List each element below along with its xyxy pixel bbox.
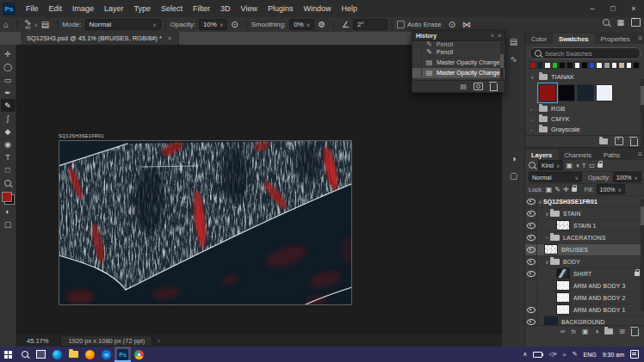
new-snapshot-icon[interactable] (474, 83, 483, 90)
eye-icon[interactable] (525, 232, 537, 243)
eye-icon[interactable] (525, 196, 537, 207)
language-indicator[interactable]: ENG (584, 352, 597, 358)
taskbar-photoshop-icon[interactable]: Ps (115, 347, 131, 362)
history-source-cell[interactable] (414, 48, 422, 56)
quick-mask-icon[interactable]: ◐ (1, 205, 15, 218)
speaker-muted-icon[interactable]: ◁× (548, 351, 556, 358)
swatch[interactable] (577, 84, 594, 101)
browser-app-icon[interactable] (82, 347, 98, 362)
history-panel-menu-icon[interactable]: ≡ (498, 33, 501, 39)
layer-thumbnail[interactable] (556, 220, 570, 230)
swatch[interactable] (558, 84, 575, 101)
layer-thumbnail[interactable] (556, 304, 570, 315)
status-arrow-icon[interactable]: › (158, 338, 159, 344)
lasso-tool[interactable]: ◯ (1, 60, 15, 73)
eye-toggle-empty[interactable] (525, 292, 537, 304)
brush-panel-toggle-icon[interactable]: ▤ (41, 20, 49, 29)
dock-info-icon[interactable]: ▢ (510, 171, 517, 181)
symmetry-icon[interactable]: ⋈ (462, 20, 471, 29)
panel-menu-icon[interactable]: ≡ (638, 150, 642, 158)
dodge-tool[interactable]: ◉ (1, 138, 15, 150)
dock-brushes-icon[interactable]: ∿ (510, 54, 517, 64)
clock[interactable]: 9:30 am (603, 352, 624, 358)
menu-image[interactable]: Image (67, 0, 99, 17)
menu-select[interactable]: Select (156, 0, 188, 17)
history-source-cell[interactable] (414, 69, 422, 77)
lock-pixels-icon[interactable]: ✎ (554, 186, 560, 193)
delete-layer-icon[interactable] (631, 328, 639, 336)
foreground-color-swatch[interactable] (2, 192, 12, 202)
menu-type[interactable]: Type (129, 0, 157, 17)
swatch-group-cmyk[interactable]: › CMYK (525, 114, 644, 125)
eye-icon[interactable] (525, 256, 537, 267)
swatch[interactable] (537, 62, 544, 69)
swatch-group-rgb[interactable]: › RGB (525, 104, 644, 114)
menu-window[interactable]: Window (299, 0, 337, 17)
swatch-group-grayscale[interactable]: › Grayscale (525, 125, 644, 135)
history-item[interactable]: ✎ Pencil (412, 41, 505, 47)
shape-tool[interactable]: □ (1, 163, 15, 176)
history-panel-header[interactable]: History » ≡ (412, 31, 505, 41)
pencil-tool[interactable]: ✎ (1, 99, 15, 112)
paint-bucket-tool[interactable]: ◆ (1, 125, 15, 138)
new-layer-icon[interactable]: ⊞ (619, 328, 625, 335)
delete-state-icon[interactable] (490, 83, 498, 91)
chrome-icon[interactable] (131, 347, 147, 362)
menu-edit[interactable]: Edit (44, 0, 68, 17)
document-tab[interactable]: SQ12SH3.psd @ 45.1% (BRUISES, RGB/8#) * … (21, 32, 179, 45)
eye-icon[interactable] (525, 268, 537, 279)
layer-row-group-root[interactable]: ∨ SQ12SH3SE1FR01 (525, 196, 644, 208)
fill-select[interactable]: 100% ∨ (597, 184, 625, 194)
tab-color[interactable]: Color (525, 34, 553, 44)
layer-thumbnail[interactable] (556, 280, 570, 291)
file-explorer-icon[interactable] (65, 347, 82, 362)
zoom-level-field[interactable]: 45.17% (27, 337, 48, 345)
type-tool[interactable]: T (1, 150, 15, 163)
mode-select[interactable]: Normal ∨ (85, 19, 161, 30)
brush-preset-picker[interactable]: ∿ 40 (24, 20, 31, 30)
swatch[interactable] (559, 62, 566, 69)
eye-icon[interactable] (525, 220, 537, 231)
tab-paths[interactable]: Paths (598, 150, 626, 160)
swatch[interactable] (567, 62, 573, 69)
layer-row-group[interactable]: ∨ BODY (525, 256, 644, 268)
close-button[interactable]: × (623, 0, 644, 17)
start-button[interactable] (0, 347, 16, 362)
swatch[interactable] (618, 62, 625, 69)
chevron-down-icon[interactable]: ∨ (544, 259, 550, 265)
share-icon[interactable] (631, 18, 641, 27)
swatch[interactable] (581, 62, 588, 69)
chevron-down-icon[interactable]: ∨ (537, 199, 543, 205)
history-item[interactable]: ▤ Master Opacity Change (412, 58, 505, 68)
notification-center-icon[interactable] (630, 350, 639, 359)
filter-smart-object-icon[interactable] (598, 163, 603, 168)
layer-row[interactable]: STAIN 1 (525, 220, 644, 232)
layer-effects-icon[interactable]: fx (571, 328, 575, 334)
battery-icon[interactable] (533, 352, 542, 358)
dock-libraries-icon[interactable]: ▤ (510, 37, 517, 46)
layer-thumbnail[interactable] (556, 268, 570, 279)
angle-input[interactable]: 2° (353, 19, 387, 30)
eye-toggle-empty[interactable] (525, 280, 537, 291)
swatch[interactable] (633, 62, 640, 69)
minimize-button[interactable]: – (582, 0, 603, 17)
restore-button[interactable]: □ (603, 0, 623, 17)
history-item[interactable]: ✎ Pencil (412, 47, 505, 58)
hidden-icons-chevron[interactable]: ∧ (523, 351, 527, 358)
smoothing-select[interactable]: 0% ∨ (289, 19, 314, 30)
swatch[interactable] (604, 62, 610, 69)
history-scrollbar[interactable] (500, 42, 504, 80)
lock-transparency-icon[interactable]: ▣ (546, 186, 553, 193)
mail-icon[interactable]: ✉ (98, 347, 115, 362)
filter-type-icon[interactable]: T (582, 162, 586, 169)
delete-swatch-icon[interactable] (630, 138, 638, 146)
new-swatch-icon[interactable] (615, 137, 623, 145)
chevron-down-icon[interactable]: ∨ (544, 211, 550, 217)
history-source-cell[interactable] (414, 58, 422, 66)
layer-row[interactable]: SHIRT (525, 268, 644, 280)
move-tool[interactable]: ✛ (1, 47, 15, 60)
new-group-icon[interactable] (599, 138, 608, 144)
home-icon[interactable]: ⌂ (3, 20, 9, 29)
opacity-select[interactable]: 10% ∨ (199, 19, 227, 30)
blend-mode-select[interactable]: Normal ∨ (529, 172, 582, 182)
